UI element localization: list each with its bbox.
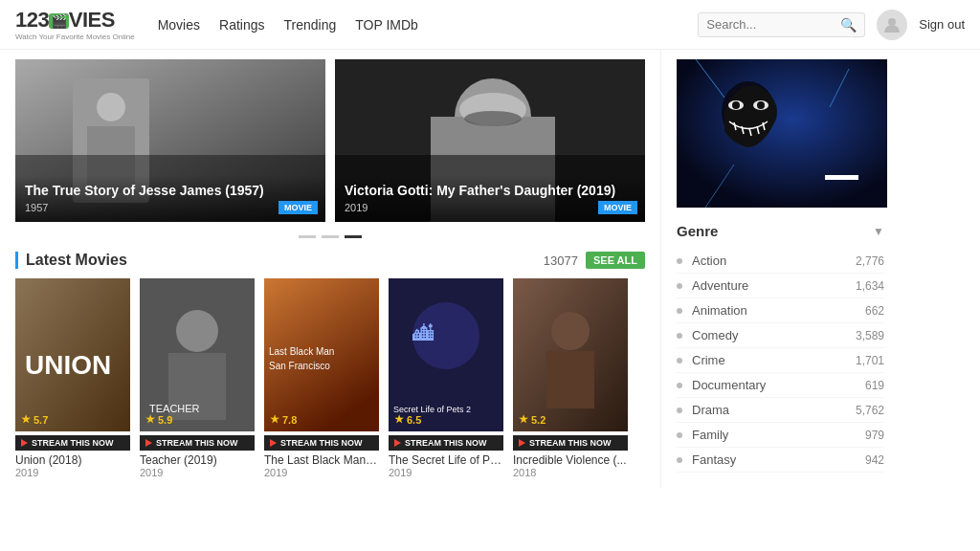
dot-1[interactable]	[299, 235, 316, 238]
slide-1[interactable]: The True Story of Jesse James (1957) 195…	[15, 59, 325, 222]
movie-year-5: 2018	[513, 467, 628, 478]
latest-movies-header: Latest Movies 13077 SEE ALL	[15, 252, 645, 269]
svg-point-17	[176, 310, 218, 352]
download-icon	[820, 144, 863, 190]
dot-3[interactable]	[345, 235, 362, 238]
play-icon-3	[270, 439, 277, 447]
play-icon-5	[519, 439, 525, 447]
play-icon-4	[394, 439, 401, 447]
slide-2-info: Victoria Gotti: My Father's Daughter (20…	[335, 175, 645, 222]
movie-title-4: The Secret Life of Pe...	[389, 453, 503, 467]
stream-btn-4[interactable]: STREAM THIS NOW	[389, 435, 503, 451]
play-icon-2	[145, 439, 152, 447]
movie-title-1: Union (2018)	[15, 453, 130, 467]
genre-bullet	[677, 457, 682, 463]
genre-item-animation[interactable]: Animation 662	[677, 298, 884, 323]
genre-section: Genre ▼ Action 2,776 Adventure 1,634 Ani…	[677, 223, 884, 473]
slideshow: The True Story of Jesse James (1957) 195…	[15, 59, 645, 222]
nav-ratings[interactable]: Ratings	[219, 17, 264, 33]
svg-text:Last Black Man: Last Black Man	[269, 346, 334, 357]
svg-text:UNION: UNION	[25, 350, 111, 380]
stream-btn-5[interactable]: STREAM THIS NOW	[513, 435, 628, 451]
genre-bullet	[677, 283, 682, 289]
movie-card-2[interactable]: TEACHER ★ 5.9 STREAM THIS NOW Teacher (2…	[140, 278, 255, 478]
genre-bullet	[677, 358, 682, 364]
genre-bullet	[677, 333, 682, 339]
main-layout: The True Story of Jesse James (1957) 195…	[0, 50, 980, 488]
search-input[interactable]	[706, 17, 840, 32]
movie-title-3: The Last Black Man i...	[264, 453, 379, 467]
slide-1-badge: MOVIE	[278, 201, 318, 214]
see-all-button[interactable]: SEE ALL	[586, 252, 645, 269]
dot-2[interactable]	[322, 235, 339, 238]
sign-out-link[interactable]: Sign out	[919, 17, 965, 32]
movie-year-2: 2019	[140, 467, 255, 478]
slide-2-title: Victoria Gotti: My Father's Daughter (20…	[345, 183, 635, 198]
movie-card-5[interactable]: ★ 5.2 STREAM THIS NOW Incredible Violenc…	[513, 278, 628, 478]
slide-1-info: The True Story of Jesse James (1957) 195…	[15, 175, 325, 222]
genre-item-comedy[interactable]: Comedy 3,589	[677, 323, 884, 348]
genre-item-adventure[interactable]: Adventure 1,634	[677, 274, 884, 298]
svg-rect-48	[825, 175, 858, 180]
stream-btn-2[interactable]: STREAM THIS NOW	[140, 435, 255, 451]
genre-chevron: ▼	[873, 225, 884, 238]
genre-item-documentary[interactable]: Documentary 619	[677, 373, 884, 398]
movie-grid: UNION ★ 5.7 STREAM THIS NOW Union (2018)…	[15, 278, 645, 478]
movie-rating-4: ★ 6.5	[394, 413, 421, 426]
genre-bullet	[677, 308, 682, 314]
content-area: The True Story of Jesse James (1957) 195…	[0, 50, 660, 488]
movie-thumb-1: UNION ★ 5.7	[15, 278, 130, 431]
logo[interactable]: 123🎬VIES Watch Your Favorite Movies Onli…	[15, 8, 135, 41]
search-icon[interactable]: 🔍	[840, 17, 857, 33]
avatar	[877, 10, 907, 40]
movie-title-2: Teacher (2019)	[140, 453, 255, 467]
nav-movies[interactable]: Movies	[158, 17, 200, 33]
genre-item-crime[interactable]: Crime 1,701	[677, 348, 884, 373]
venom-background	[677, 59, 887, 208]
movie-thumb-4: 🏙 Secret Life of Pets 2 ★ 6.5	[389, 278, 503, 431]
slide-2-badge: MOVIE	[598, 201, 637, 214]
genre-item-action[interactable]: Action 2,776	[677, 249, 884, 274]
search-box: 🔍	[698, 12, 865, 37]
movie-year-3: 2019	[264, 467, 379, 478]
movie-thumb-5: ★ 5.2	[513, 278, 628, 431]
svg-point-30	[551, 312, 590, 350]
movie-year-4: 2019	[389, 467, 503, 478]
sidebar-ad[interactable]	[677, 59, 887, 208]
movie-thumb-2: TEACHER ★ 5.9	[140, 278, 255, 431]
svg-text:San Francisco: San Francisco	[269, 361, 330, 371]
movie-thumb-3: Last Black Man San Francisco ★ 7.8	[264, 278, 379, 431]
genre-item-fantasy[interactable]: Fantasy 942	[677, 448, 884, 473]
svg-rect-31	[546, 351, 594, 408]
slide-2[interactable]: Victoria Gotti: My Father's Daughter (20…	[335, 59, 645, 222]
genre-title: Genre ▼	[677, 223, 884, 239]
logo-subtitle: Watch Your Favorite Movies Online	[15, 33, 135, 41]
nav-top-imdb[interactable]: TOP IMDb	[355, 17, 418, 33]
genre-item-drama[interactable]: Drama 5,762	[677, 398, 884, 423]
genre-list: Action 2,776 Adventure 1,634 Animation 6…	[677, 249, 884, 473]
header-right: 🔍 Sign out	[698, 10, 965, 40]
movie-rating-2: ★ 5.9	[145, 413, 172, 426]
svg-point-0	[888, 18, 896, 26]
movie-rating-3: ★ 7.8	[270, 413, 297, 426]
svg-point-4	[97, 93, 125, 121]
movie-year-1: 2019	[15, 467, 130, 478]
genre-bullet	[677, 408, 682, 413]
genre-bullet	[677, 258, 682, 264]
stream-btn-1[interactable]: STREAM THIS NOW	[15, 435, 130, 451]
movies-count: 13077 SEE ALL	[544, 252, 645, 269]
movie-card-1[interactable]: UNION ★ 5.7 STREAM THIS NOW Union (2018)…	[15, 278, 130, 478]
nav-trending[interactable]: Trending	[283, 17, 336, 33]
stream-btn-3[interactable]: STREAM THIS NOW	[264, 435, 379, 451]
movie-card-3[interactable]: Last Black Man San Francisco ★ 7.8 STREA…	[264, 278, 379, 478]
play-icon-1	[21, 439, 28, 447]
genre-bullet	[677, 432, 682, 438]
slide-1-year: 1957	[25, 202, 48, 213]
genre-item-family[interactable]: Family 979	[677, 423, 884, 448]
latest-movies-title: Latest Movies	[15, 252, 127, 269]
movie-rating-5: ★ 5.2	[519, 413, 546, 426]
svg-point-41	[757, 101, 765, 109]
movie-card-4[interactable]: 🏙 Secret Life of Pets 2 ★ 6.5 STREAM THI…	[389, 278, 503, 478]
main-nav: Movies Ratings Trending TOP IMDb	[158, 17, 699, 33]
sidebar: Genre ▼ Action 2,776 Adventure 1,634 Ani…	[660, 50, 900, 488]
